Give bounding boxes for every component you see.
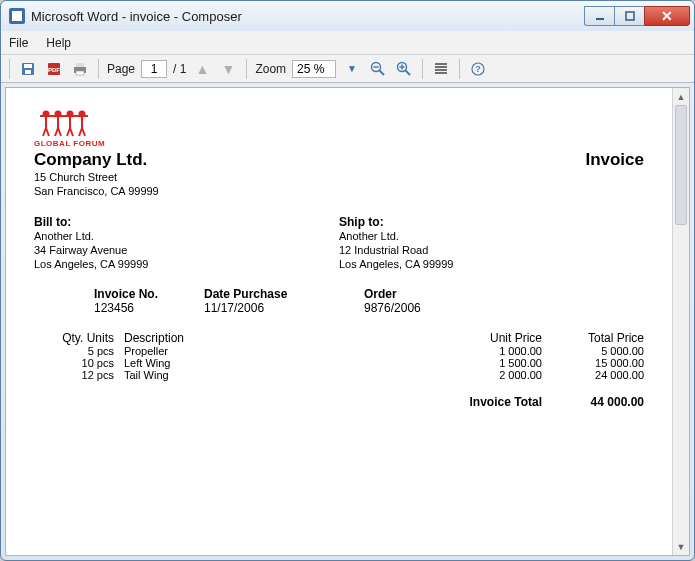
- invoice-title: Invoice: [585, 150, 644, 170]
- svg-text:PDF: PDF: [48, 67, 60, 73]
- app-icon: [9, 8, 25, 24]
- logo-icon: [34, 108, 94, 138]
- arrow-down-icon: ▼: [677, 542, 686, 552]
- window-frame: Microsoft Word - invoice - Composer ✕ Fi…: [0, 0, 695, 561]
- invoice-total-label: Invoice Total: [34, 395, 554, 409]
- titlebar[interactable]: Microsoft Word - invoice - Composer ✕: [1, 1, 694, 31]
- arrow-down-icon: ▼: [221, 61, 235, 77]
- menu-file[interactable]: File: [9, 36, 28, 50]
- invoice-no-value: 123456: [94, 301, 204, 315]
- minimize-icon: [595, 11, 605, 21]
- company-logo: GLOBAL FORUM: [34, 108, 644, 148]
- company-addr1: 15 Church Street: [34, 170, 159, 184]
- close-icon: ✕: [661, 8, 673, 24]
- pdf-button[interactable]: PDF: [44, 59, 64, 79]
- svg-rect-8: [76, 63, 84, 67]
- cell-total: 5 000.00: [554, 345, 644, 357]
- scroll-up-button[interactable]: ▲: [673, 88, 689, 105]
- page-total: / 1: [173, 62, 186, 76]
- ship-addr2: Los Angeles, CA 99999: [339, 257, 644, 271]
- svg-line-11: [379, 70, 384, 75]
- scroll-thumb[interactable]: [675, 105, 687, 225]
- logo-text: GLOBAL FORUM: [34, 139, 105, 148]
- svg-line-38: [82, 128, 85, 136]
- svg-line-26: [46, 128, 49, 136]
- items-table: Qty. Units Description Unit Price Total …: [34, 331, 644, 381]
- bill-addr1: 34 Fairway Avenue: [34, 243, 339, 257]
- ship-addr1: 12 Industrial Road: [339, 243, 644, 257]
- text-lines-icon: [433, 61, 449, 77]
- table-row: 5 pcs Propeller 1 000.00 5 000.00: [34, 345, 644, 357]
- bill-to-label: Bill to:: [34, 215, 339, 229]
- table-row: 12 pcs Tail Wing 2 000.00 24 000.00: [34, 369, 644, 381]
- page-prev-button[interactable]: ▲: [192, 59, 212, 79]
- close-button[interactable]: ✕: [644, 6, 690, 26]
- invoice-total-value: 44 000.00: [554, 395, 644, 409]
- bill-addr2: Los Angeles, CA 99999: [34, 257, 339, 271]
- arrow-up-icon: ▲: [677, 92, 686, 102]
- maximize-button[interactable]: [614, 6, 644, 26]
- scroll-down-button[interactable]: ▼: [673, 538, 689, 555]
- chevron-down-icon: ▼: [347, 63, 357, 74]
- menu-help[interactable]: Help: [46, 36, 71, 50]
- zoom-in-icon: [396, 61, 412, 77]
- zoom-dropdown-button[interactable]: ▼: [342, 59, 362, 79]
- zoom-label: Zoom: [255, 62, 286, 76]
- maximize-icon: [625, 11, 635, 21]
- svg-line-34: [70, 128, 73, 136]
- svg-line-14: [405, 70, 410, 75]
- svg-line-30: [58, 128, 61, 136]
- document-viewport[interactable]: GLOBAL FORUM Company Ltd. 15 Church Stre…: [6, 88, 672, 555]
- content-area: GLOBAL FORUM Company Ltd. 15 Church Stre…: [5, 87, 690, 556]
- th-unit: Unit Price: [284, 331, 554, 345]
- ship-to-label: Ship to:: [339, 215, 644, 229]
- svg-rect-9: [76, 71, 84, 75]
- zoom-in-button[interactable]: [394, 59, 414, 79]
- cell-unit: 1 500.00: [284, 357, 554, 369]
- invoice-page: GLOBAL FORUM Company Ltd. 15 Church Stre…: [34, 108, 644, 409]
- th-total: Total Price: [554, 331, 644, 345]
- cell-desc: Tail Wing: [124, 369, 284, 381]
- pdf-icon: PDF: [46, 61, 62, 77]
- page-input[interactable]: [141, 60, 167, 78]
- zoom-input[interactable]: [292, 60, 336, 78]
- print-button[interactable]: [70, 59, 90, 79]
- help-icon: ?: [470, 61, 486, 77]
- order-label: Order: [364, 287, 644, 301]
- cell-total: 15 000.00: [554, 357, 644, 369]
- cell-qty: 10 pcs: [34, 357, 124, 369]
- save-icon: [20, 61, 36, 77]
- cell-unit: 2 000.00: [284, 369, 554, 381]
- cell-total: 24 000.00: [554, 369, 644, 381]
- text-view-button[interactable]: [431, 59, 451, 79]
- vertical-scrollbar[interactable]: ▲ ▼: [672, 88, 689, 555]
- save-button[interactable]: [18, 59, 38, 79]
- company-name: Company Ltd.: [34, 150, 159, 170]
- cell-qty: 5 pcs: [34, 345, 124, 357]
- th-desc: Description: [124, 331, 284, 345]
- zoom-out-button[interactable]: [368, 59, 388, 79]
- page-next-button[interactable]: ▼: [218, 59, 238, 79]
- svg-rect-3: [24, 64, 32, 68]
- company-addr2: San Francisco, CA 99999: [34, 184, 159, 198]
- cell-qty: 12 pcs: [34, 369, 124, 381]
- order-value: 9876/2006: [364, 301, 644, 315]
- menubar: File Help: [1, 31, 694, 55]
- minimize-button[interactable]: [584, 6, 614, 26]
- cell-desc: Propeller: [124, 345, 284, 357]
- th-qty: Qty. Units: [34, 331, 124, 345]
- svg-rect-4: [25, 70, 31, 74]
- svg-text:?: ?: [475, 64, 481, 74]
- window-title: Microsoft Word - invoice - Composer: [31, 9, 242, 24]
- print-icon: [72, 61, 88, 77]
- help-button[interactable]: ?: [468, 59, 488, 79]
- toolbar: PDF Page / 1 ▲ ▼ Zoom ▼ ?: [1, 55, 694, 83]
- date-label: Date Purchase: [204, 287, 364, 301]
- page-label: Page: [107, 62, 135, 76]
- arrow-up-icon: ▲: [195, 61, 209, 77]
- svg-rect-0: [596, 18, 604, 20]
- invoice-no-label: Invoice No.: [94, 287, 204, 301]
- table-row: 10 pcs Left Wing 1 500.00 15 000.00: [34, 357, 644, 369]
- date-value: 11/17/2006: [204, 301, 364, 315]
- cell-desc: Left Wing: [124, 357, 284, 369]
